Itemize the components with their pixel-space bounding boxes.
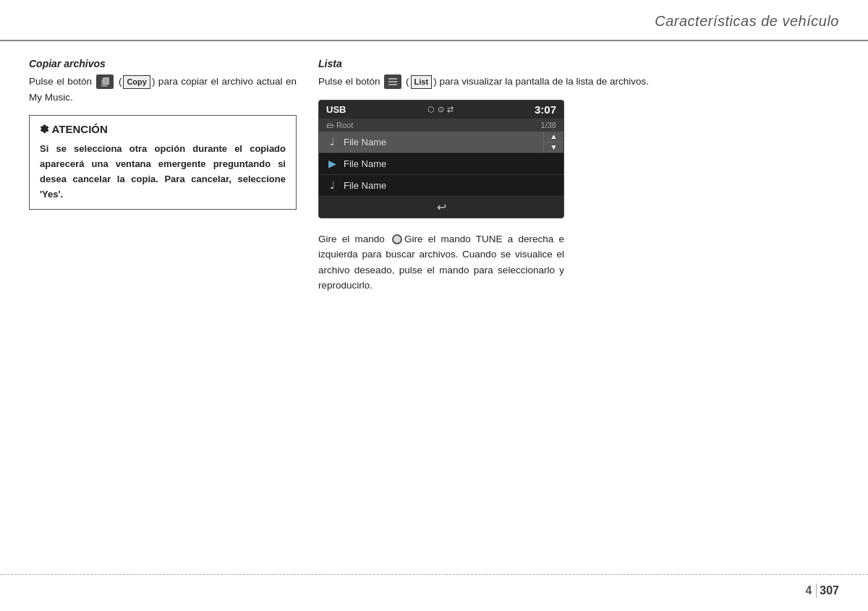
attention-body: Si se selecciona otra opción durante el … [40, 142, 286, 202]
svg-rect-6 [388, 81, 397, 82]
usb-subheader: 🗁 Root 1/38 [319, 119, 563, 132]
scroll-up-button[interactable]: ▲ [543, 132, 563, 142]
usb-header: USB ⬡ ⊙ ⇄ 3:07 [319, 101, 563, 119]
chapter-number: 4 [805, 584, 812, 597]
left-column: Copiar archivos Pulse el botón (Copy) pa… [29, 51, 297, 568]
usb-root-label: 🗁 Root [326, 121, 353, 129]
main-content: Copiar archivos Pulse el botón (Copy) pa… [29, 51, 839, 568]
footer-divider-line [816, 584, 817, 598]
back-button[interactable]: ↩ [437, 200, 446, 214]
list-item: ▶ File Name [319, 153, 563, 175]
copy-paragraph: Pulse el botón (Copy) para copiar el arc… [29, 74, 297, 105]
file-name-1: File Name [344, 137, 386, 148]
list-item: ♩ File Name [319, 175, 563, 197]
list-text-b: ( [406, 76, 409, 87]
list-button-icon [384, 74, 401, 89]
scroll-down-button[interactable]: ▼ [543, 142, 563, 153]
footer-page-number: 4 307 [805, 584, 839, 598]
usb-time: 3:07 [535, 103, 556, 116]
music-note-icon-3: ♩ [326, 180, 338, 190]
tune-text-a: Gire el mando [318, 234, 390, 244]
sync-icon: ⇄ [447, 105, 454, 114]
list-section-title: Lista [318, 58, 839, 69]
attention-title: ✽ ATENCIÓN [40, 123, 286, 136]
header-divider [0, 40, 868, 41]
list-item: ♩ File Name ▲ ▼ [319, 132, 563, 153]
usb-footer: ↩ [319, 197, 563, 218]
page-header-title: Características de vehículo [655, 13, 839, 30]
tune-description: Gire el mando Gire el mando TUNE a derec… [318, 231, 564, 294]
list-label-btn: List [411, 75, 433, 90]
copy-text-a: Pulse el botón [29, 76, 92, 87]
right-column: Lista Pulse el botón (List) para visuali… [318, 51, 839, 568]
usb-icons: ⬡ ⊙ ⇄ [427, 105, 454, 114]
bluetooth-icon: ⬡ [427, 105, 435, 114]
page-number: 307 [820, 584, 839, 597]
list-text-c: ) para visualizar la pantalla de la list… [433, 76, 649, 87]
copy-button-icon [96, 74, 114, 89]
copy-label-btn: Copy [123, 75, 150, 90]
usb-file-list: ♩ File Name ▲ ▼ ▶ File Name [319, 132, 563, 197]
signal-icon: ⊙ [438, 105, 444, 114]
usb-screen: USB ⬡ ⊙ ⇄ 3:07 🗁 Root 1/38 ♩ File Nam [318, 100, 564, 218]
scroll-controls[interactable]: ▲ ▼ [543, 132, 563, 153]
tune-knob-icon [392, 234, 402, 244]
usb-label: USB [326, 104, 346, 115]
file-name-3: File Name [344, 180, 386, 191]
svg-rect-5 [388, 78, 397, 80]
usb-count-label: 1/38 [541, 121, 556, 129]
svg-rect-7 [388, 84, 397, 85]
play-icon-2: ▶ [326, 158, 338, 168]
list-text-a: Pulse el botón [318, 76, 380, 87]
copy-section-title: Copiar archivos [29, 58, 297, 69]
attention-title-text: ✽ ATENCIÓN [40, 123, 108, 136]
copy-text-b: ( [119, 76, 122, 87]
attention-box: ✽ ATENCIÓN Si se selecciona otra opción … [29, 115, 297, 210]
footer-divider [0, 574, 868, 575]
music-note-icon-1: ♩ [326, 137, 338, 147]
list-paragraph: Pulse el botón (List) para visualizar la… [318, 74, 839, 90]
file-name-2: File Name [344, 158, 386, 169]
